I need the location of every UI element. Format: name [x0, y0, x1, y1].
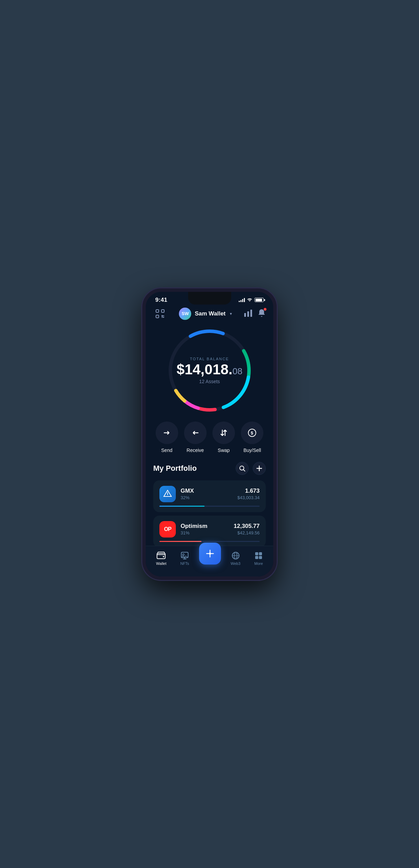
phone-frame: 9:41 — [142, 288, 277, 580]
nav-center-button[interactable] — [199, 543, 221, 565]
asset-name-optimism: Optimism — [181, 523, 229, 530]
receive-button[interactable] — [184, 422, 207, 444]
asset-bar-gmx — [159, 506, 260, 507]
asset-bar-fill-optimism — [159, 541, 201, 542]
chevron-down-icon: ▾ — [230, 311, 232, 316]
svg-rect-33 — [259, 552, 262, 555]
asset-bar-optimism — [159, 541, 260, 542]
svg-line-20 — [244, 470, 245, 471]
notch — [188, 292, 231, 305]
add-asset-button[interactable] — [253, 462, 266, 475]
nav-more[interactable]: More — [250, 549, 267, 568]
asset-info-optimism: Optimism 31% — [181, 523, 229, 535]
asset-pct-optimism: 31% — [181, 530, 229, 535]
asset-bar-fill-gmx — [159, 506, 205, 507]
svg-rect-0 — [156, 310, 159, 312]
asset-info-gmx: GMX 32% — [181, 488, 233, 500]
balance-assets: 12 Assets — [176, 379, 242, 384]
svg-text:$: $ — [251, 430, 253, 436]
balance-center: TOTAL BALANCE $14,018.08 12 Assets — [176, 357, 242, 384]
notification-badge — [263, 308, 267, 311]
scan-button[interactable] — [153, 307, 167, 321]
asset-usd-optimism: $42,149.56 — [234, 530, 260, 535]
portfolio-header: My Portfolio — [153, 462, 266, 475]
portfolio-section: My Portfolio — [146, 456, 273, 547]
buysell-label: Buy/Sell — [244, 448, 261, 453]
svg-point-29 — [209, 553, 211, 555]
search-button[interactable] — [236, 462, 249, 475]
svg-rect-7 — [244, 313, 246, 317]
swap-button[interactable] — [212, 422, 235, 444]
svg-point-28 — [183, 554, 184, 555]
op-logo: OP — [159, 521, 176, 537]
wifi-icon — [247, 297, 252, 302]
app-header: SW Sam Wallet ▾ — [146, 303, 273, 323]
asset-pct-gmx: 32% — [181, 495, 233, 500]
nav-wallet-label: Wallet — [156, 561, 166, 566]
more-nav-icon — [254, 552, 263, 560]
phone-screen: 9:41 — [146, 292, 273, 576]
notification-button[interactable] — [258, 309, 266, 319]
send-action[interactable]: Send — [156, 422, 178, 453]
user-selector[interactable]: SW Sam Wallet ▾ — [179, 308, 232, 320]
asset-row-optimism: OP Optimism 31% 12,305.77 $42,149.56 — [159, 521, 260, 537]
wallet-nav-icon — [157, 552, 166, 560]
send-button[interactable] — [156, 422, 178, 444]
portfolio-title: My Portfolio — [153, 464, 197, 473]
nav-wallet[interactable]: Wallet — [152, 549, 170, 568]
nav-more-label: More — [254, 561, 263, 566]
portfolio-actions — [236, 462, 266, 475]
buysell-action[interactable]: $ Buy/Sell — [241, 422, 263, 453]
asset-usd-gmx: $43,003.34 — [237, 495, 260, 500]
swap-label: Swap — [218, 448, 230, 453]
buysell-button[interactable]: $ — [241, 422, 263, 444]
balance-label: TOTAL BALANCE — [176, 357, 242, 361]
avatar: SW — [179, 308, 191, 320]
gmx-logo — [159, 486, 176, 502]
status-icons — [239, 297, 264, 302]
web3-nav-icon — [232, 552, 240, 560]
center-nav-icon — [205, 549, 215, 558]
status-time: 9:41 — [155, 297, 167, 303]
svg-rect-2 — [156, 315, 159, 318]
svg-point-19 — [240, 466, 244, 470]
swap-action[interactable]: Swap — [212, 422, 235, 453]
wallet-name: Sam Wallet — [195, 310, 225, 317]
balance-amount: $14,018.08 — [176, 362, 242, 377]
svg-rect-25 — [157, 553, 165, 559]
nav-nfts-label: NFTs — [180, 561, 189, 566]
nav-web3[interactable]: Web3 — [226, 549, 245, 568]
send-label: Send — [161, 448, 172, 453]
asset-values-optimism: 12,305.77 $42,149.56 — [234, 523, 260, 535]
asset-amount-optimism: 12,305.77 — [234, 523, 260, 530]
nav-web3-label: Web3 — [231, 561, 240, 566]
asset-card-gmx[interactable]: GMX 32% 1.673 $43,003.34 — [153, 480, 266, 512]
svg-rect-8 — [247, 311, 249, 317]
asset-values-gmx: 1.673 $43,003.34 — [237, 488, 260, 500]
nfts-nav-icon — [181, 552, 189, 560]
asset-row-gmx: GMX 32% 1.673 $43,003.34 — [159, 486, 260, 502]
svg-rect-34 — [255, 556, 258, 559]
header-right — [244, 309, 266, 319]
svg-rect-9 — [250, 310, 252, 317]
asset-amount-gmx: 1.673 — [237, 488, 260, 494]
bottom-nav: Wallet NFTs — [146, 546, 273, 576]
nav-nfts[interactable]: NFTs — [176, 549, 193, 568]
battery-icon — [254, 298, 264, 302]
receive-action[interactable]: Receive — [184, 422, 207, 453]
balance-ring: TOTAL BALANCE $14,018.08 12 Assets — [165, 326, 254, 415]
balance-section: TOTAL BALANCE $14,018.08 12 Assets — [146, 323, 273, 417]
action-buttons: Send Receive Swap — [146, 417, 273, 456]
signal-icon — [239, 298, 245, 302]
chart-button[interactable] — [244, 309, 253, 319]
svg-point-26 — [163, 556, 164, 557]
svg-rect-1 — [161, 310, 164, 312]
receive-label: Receive — [187, 448, 204, 453]
svg-rect-32 — [255, 552, 258, 555]
svg-rect-35 — [259, 556, 262, 559]
asset-name-gmx: GMX — [181, 488, 233, 494]
